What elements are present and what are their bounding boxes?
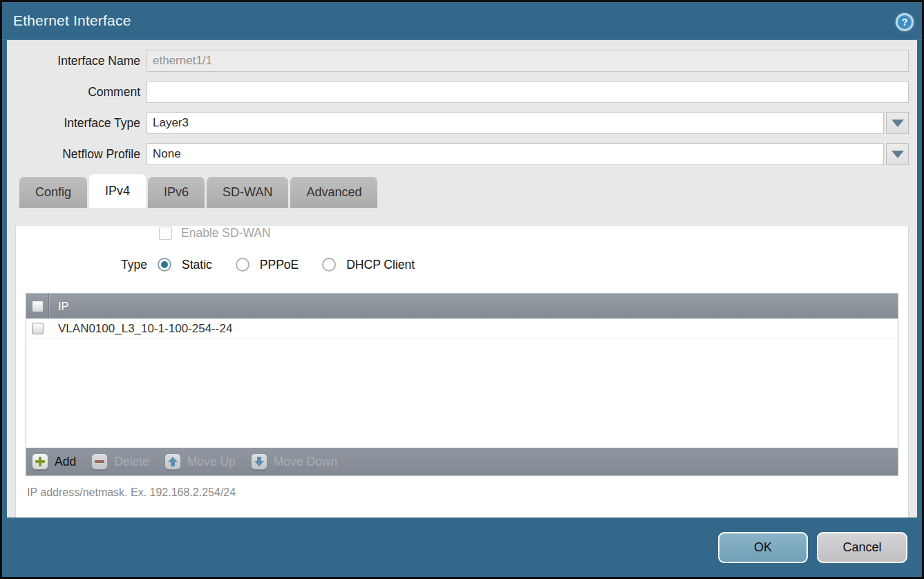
radio-option-pppoe[interactable]: PPPoE	[236, 258, 299, 272]
dialog-footer: OK Cancel	[2, 518, 922, 577]
netflow-profile-field[interactable]	[147, 143, 884, 165]
radio-static-label: Static	[182, 258, 212, 272]
row-checkbox[interactable]	[32, 323, 44, 334]
form-row-interface-name: Interface Name	[7, 50, 917, 72]
tab-advanced[interactable]: Advanced	[290, 177, 377, 208]
chevron-down-icon	[892, 120, 904, 127]
radio-static[interactable]	[158, 258, 171, 272]
delete-button[interactable]: Delete	[91, 453, 149, 470]
ip-address-table: IP VLAN0100_L3_10-1-100-254--24 Add	[26, 293, 898, 476]
enable-sdwan-checkbox[interactable]	[159, 227, 172, 240]
radio-option-static[interactable]: Static	[158, 258, 212, 272]
netflow-profile-label: Netflow Profile	[14, 147, 147, 162]
plus-icon	[32, 453, 48, 470]
add-button-label: Add	[55, 455, 76, 469]
move-down-button-label: Move Down	[274, 455, 337, 469]
radio-option-dhcp-client[interactable]: DHCP Client	[322, 258, 415, 272]
comment-label: Comment	[14, 85, 147, 99]
radio-dhcp-client-label: DHCP Client	[346, 258, 415, 272]
tab-ipv6[interactable]: IPv6	[148, 177, 205, 208]
enable-sdwan-row: Enable SD-WAN	[159, 226, 908, 240]
form-row-interface-type: Interface Type	[7, 112, 917, 134]
table-empty-area	[26, 339, 898, 448]
radio-dhcp-client[interactable]	[322, 258, 336, 272]
interface-name-label: Interface Name	[14, 54, 147, 68]
tab-ipv4[interactable]: IPv4	[89, 174, 146, 208]
radio-pppoe-label: PPPoE	[260, 258, 299, 272]
radio-pppoe[interactable]	[236, 258, 249, 272]
netflow-profile-dropdown-button[interactable]	[886, 143, 909, 165]
type-row: Type Static PPPoE DHCP Client	[16, 256, 908, 273]
delete-button-label: Delete	[114, 455, 149, 469]
select-all-checkbox[interactable]	[32, 301, 44, 312]
dialog-titlebar: Ethernet Interface ?	[2, 2, 922, 40]
arrow-up-icon	[164, 453, 181, 470]
ethernet-interface-dialog: Ethernet Interface ? Interface Name Comm…	[0, 0, 924, 579]
dialog-body: Interface Name Comment Interface Type Ne…	[7, 40, 917, 518]
ip-column-header: IP	[49, 300, 69, 313]
form-row-comment: Comment	[7, 81, 917, 103]
arrow-down-icon	[251, 453, 267, 470]
move-up-button[interactable]: Move Up	[164, 453, 236, 470]
dialog-title: Ethernet Interface	[13, 12, 131, 29]
ip-entry-value: VLAN0100_L3_10-1-100-254--24	[49, 322, 232, 336]
ok-button[interactable]: OK	[718, 532, 808, 563]
minus-icon	[91, 453, 108, 470]
enable-sdwan-label: Enable SD-WAN	[181, 226, 271, 240]
interface-type-field[interactable]	[147, 112, 884, 134]
tab-sd-wan[interactable]: SD-WAN	[207, 177, 288, 208]
interface-type-label: Interface Type	[14, 116, 147, 131]
comment-field[interactable]	[147, 81, 909, 103]
ipv4-tab-panel: Enable SD-WAN Type Static PPPoE DHCP Cli…	[15, 226, 909, 518]
chevron-down-icon	[892, 151, 904, 158]
header-checkbox-cell	[26, 294, 49, 319]
ip-table-header: IP	[26, 294, 898, 319]
help-icon[interactable]: ?	[896, 13, 914, 31]
table-row[interactable]: VLAN0100_L3_10-1-100-254--24	[26, 319, 898, 339]
row-checkbox-cell	[26, 319, 49, 339]
move-up-button-label: Move Up	[187, 455, 236, 469]
add-button[interactable]: Add	[32, 453, 76, 470]
interface-name-field	[147, 50, 909, 72]
form-row-netflow-profile: Netflow Profile	[7, 143, 917, 165]
cancel-button[interactable]: Cancel	[817, 532, 907, 563]
move-down-button[interactable]: Move Down	[251, 453, 337, 470]
interface-type-dropdown-button[interactable]	[886, 112, 909, 134]
tab-config[interactable]: Config	[19, 177, 87, 208]
type-label: Type	[16, 258, 147, 272]
ip-format-hint: IP address/netmask. Ex. 192.168.2.254/24	[27, 486, 908, 499]
table-toolbar: Add Delete Move Up Move Down	[26, 448, 898, 475]
tab-bar: Config IPv4 IPv6 SD-WAN Advanced	[19, 174, 917, 208]
